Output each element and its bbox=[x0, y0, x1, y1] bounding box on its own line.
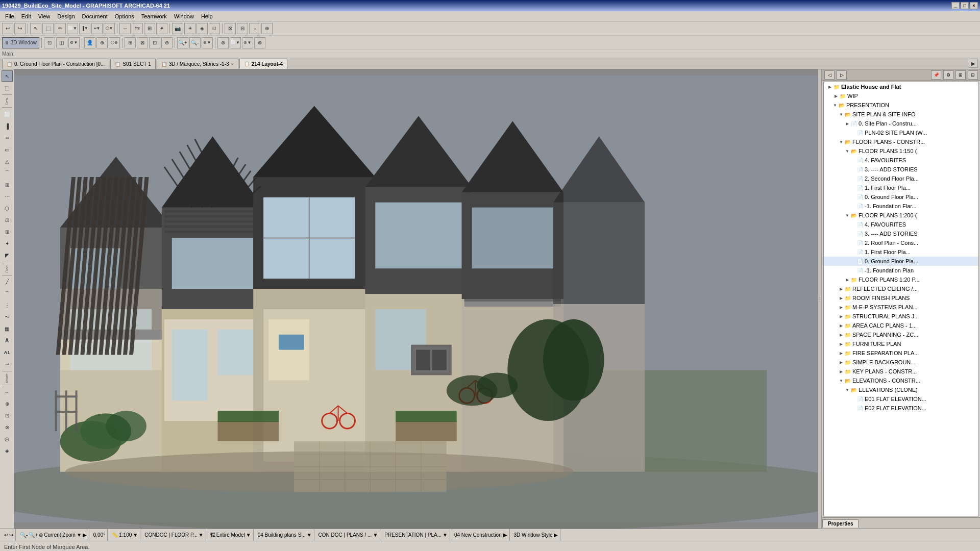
toggle-floor-plans-constr[interactable]: ▼ bbox=[838, 139, 844, 145]
zoom-out-status[interactable]: 🔍- bbox=[20, 532, 28, 538]
lt-line[interactable]: ╱ bbox=[2, 277, 13, 288]
sun-pos-btn[interactable]: ⊗ bbox=[254, 37, 265, 48]
tree-add-stories-1[interactable]: 📄 3. ---- ADD STORIES bbox=[824, 165, 978, 174]
zoom-in-status[interactable]: 🔍+ bbox=[29, 532, 38, 538]
offset-tool[interactable]: ⊞ bbox=[144, 23, 155, 34]
toggle-mep-systems[interactable]: ▶ bbox=[838, 304, 844, 310]
toggle-presentation[interactable]: ▼ bbox=[832, 102, 838, 108]
redo-icon[interactable]: ↪ bbox=[9, 532, 13, 538]
tree-reflected-ceiling[interactable]: ▶ 📁 REFLECTED CEILING /... bbox=[824, 284, 978, 293]
nav-settings-button[interactable]: ⚙ bbox=[943, 70, 953, 80]
tree-pln-02[interactable]: 📄 PLN-02 SITE PLAN (W... bbox=[824, 128, 978, 137]
lt-arc[interactable]: ⌒ bbox=[2, 288, 13, 299]
maximize-button[interactable]: □ bbox=[961, 2, 969, 9]
lt-label[interactable]: A1 bbox=[2, 347, 13, 358]
window-tool[interactable]: ⬡▼ bbox=[104, 23, 115, 34]
toggle-favourites-2[interactable] bbox=[850, 221, 856, 228]
tree-floor-plans-120[interactable]: ▶ 📁 FLOOR PLANS 1:20 P... bbox=[824, 275, 978, 284]
beam-tool[interactable]: ━▼ bbox=[91, 23, 103, 34]
tree-foundation-1[interactable]: 📄 -1. Foundation Flar... bbox=[824, 202, 978, 211]
camera-tool[interactable]: 📷 bbox=[172, 23, 183, 34]
tree-presentation[interactable]: ▼ 📂 PRESENTATION bbox=[824, 101, 978, 110]
lt-fill[interactable]: ▦ bbox=[2, 323, 13, 335]
lt-curtain-wall[interactable]: ⬡ bbox=[2, 203, 13, 214]
tree-site-plan-info[interactable]: ▼ 📂 SITE PLAN & SITE INFO bbox=[824, 110, 978, 119]
toggle-floor-plans-1200[interactable]: ▼ bbox=[844, 212, 850, 218]
lt-column[interactable]: ▐ bbox=[2, 120, 13, 132]
redo-button[interactable]: ↪ bbox=[14, 23, 26, 34]
tree-first-floor-1[interactable]: 📄 1. First Floor Pla... bbox=[824, 183, 978, 192]
toggle-simple-background[interactable]: ▶ bbox=[838, 359, 844, 365]
toggle-second-floor-1[interactable] bbox=[850, 176, 856, 182]
toggle-foundation-2[interactable] bbox=[850, 267, 856, 273]
toggle-wip[interactable]: ▶ bbox=[833, 93, 839, 99]
lt-polyline[interactable]: ⋮ bbox=[2, 300, 13, 311]
tree-roof-plan-cons[interactable]: 📄 2. Roof Plan - Cons... bbox=[824, 238, 978, 247]
toggle-floor-plans-120[interactable]: ▶ bbox=[844, 277, 850, 283]
lt-spline[interactable]: 〜 bbox=[2, 312, 13, 323]
element-tool[interactable]: ⬦ bbox=[249, 23, 260, 34]
trim-tool[interactable]: ✦ bbox=[156, 23, 167, 34]
tree-simple-background[interactable]: ▶ 📁 SIMPLE BACKGROUN... bbox=[824, 358, 978, 367]
tree-wip[interactable]: ▶ 📁 WIP bbox=[824, 91, 978, 101]
zoom-in-btn[interactable]: 🔍+ bbox=[177, 37, 188, 48]
tree-favourites-1[interactable]: 📄 4. FAVOURITES bbox=[824, 156, 978, 165]
viewport[interactable] bbox=[14, 69, 818, 529]
zoom-dropdown[interactable]: ▼ bbox=[77, 532, 82, 538]
tree-structural[interactable]: ▶ 📁 STRUCTURAL PLANS J... bbox=[824, 312, 978, 321]
model-dropdown[interactable]: ▼ bbox=[246, 532, 251, 538]
lt-more1[interactable]: ↔ bbox=[2, 386, 13, 397]
tree-favourites-2[interactable]: 📄 4. FAVOURITES bbox=[824, 220, 978, 229]
menu-teamwork[interactable]: Teamwork bbox=[138, 13, 170, 20]
lt-text[interactable]: A bbox=[2, 335, 13, 346]
lt-roof[interactable]: △ bbox=[2, 156, 13, 167]
lt-beam[interactable]: ━ bbox=[2, 132, 13, 143]
menu-view[interactable]: View bbox=[35, 13, 54, 20]
toggle-elastic-house[interactable]: ▶ bbox=[827, 84, 833, 90]
marquee-tool[interactable]: ⬚ bbox=[42, 23, 54, 34]
3d-project-tool[interactable]: ⊟ bbox=[237, 23, 248, 34]
window-controls[interactable]: _ □ × bbox=[951, 2, 978, 9]
layer-btn[interactable]: ⬡⊕ bbox=[109, 37, 120, 48]
toggle-elevations-clone[interactable]: ▼ bbox=[844, 387, 850, 393]
toggle-floor-plans-1150[interactable]: ▼ bbox=[844, 148, 850, 154]
display-btn3[interactable]: ⊡ bbox=[149, 37, 160, 48]
sun-tool[interactable]: ☀ bbox=[184, 23, 195, 34]
wall-tool[interactable]: ⬜▼ bbox=[67, 23, 78, 34]
tab-ground-floor[interactable]: 📋 0. Ground Floor Plan - Construction [0… bbox=[2, 59, 109, 69]
toggle-furniture-plan[interactable]: ▶ bbox=[838, 341, 844, 347]
toggle-key-plans[interactable]: ▶ bbox=[838, 368, 844, 374]
nav-back-button[interactable]: ◁ bbox=[824, 70, 835, 80]
lt-shell[interactable]: ⌒ bbox=[2, 167, 13, 179]
toggle-space-planning[interactable]: ▶ bbox=[838, 332, 844, 338]
tree-room-finish[interactable]: ▶ 📁 ROOM FINISH PLANS bbox=[824, 293, 978, 303]
toggle-ground-floor-1[interactable] bbox=[850, 194, 856, 200]
tree-e01-flat[interactable]: 📄 E01 FLAT ELEVATION... bbox=[824, 394, 978, 404]
display-btn2[interactable]: ⊠ bbox=[137, 37, 148, 48]
toggle-foundation-1[interactable] bbox=[850, 203, 856, 209]
toggle-reflected-ceiling[interactable]: ▶ bbox=[838, 286, 844, 292]
properties-tab-item[interactable]: Properties bbox=[822, 519, 859, 528]
toggle-first-floor-1[interactable] bbox=[850, 185, 856, 191]
nav-collapse-button[interactable]: ⊟ bbox=[968, 70, 978, 80]
filter-btn2[interactable]: ⊕ bbox=[96, 37, 108, 48]
menu-document[interactable]: Document bbox=[79, 13, 111, 20]
condoc-dropdown[interactable]: ▼ bbox=[199, 532, 204, 538]
display-btn4[interactable]: ⊛ bbox=[161, 37, 173, 48]
draw-tool[interactable]: ✏ bbox=[55, 23, 66, 34]
toggle-elevations-constr[interactable]: ▼ bbox=[838, 378, 844, 384]
bp-dropdown[interactable]: ▼ bbox=[307, 532, 312, 538]
lt-zone[interactable]: ◤ bbox=[2, 249, 13, 261]
stories-btn[interactable]: 👤 bbox=[84, 37, 95, 48]
tree-first-floor-2[interactable]: 📄 1. First Floor Pla... bbox=[824, 247, 978, 257]
toggle-pln-02[interactable] bbox=[850, 130, 856, 136]
tab-close-3[interactable]: × bbox=[231, 62, 234, 67]
tree-fire-separation[interactable]: ▶ 📁 FIRE SEPARATION PLA... bbox=[824, 348, 978, 358]
lt-stair[interactable]: ⊞ bbox=[2, 179, 13, 190]
tree-add-stories-2[interactable]: 📄 3. ---- ADD STORIES bbox=[824, 229, 978, 238]
tree-elevations-constr[interactable]: ▼ 📂 ELEVATIONS - CONSTR... bbox=[824, 376, 978, 385]
toggle-area-calc[interactable]: ▶ bbox=[838, 322, 844, 329]
toggle-site-plan-constr[interactable]: ▶ bbox=[844, 120, 850, 127]
tree-floor-plans-1150[interactable]: ▼ 📂 FLOOR PLANS 1:150 ( bbox=[824, 146, 978, 156]
view-3d-btn3[interactable]: ⚙▼ bbox=[68, 37, 80, 48]
